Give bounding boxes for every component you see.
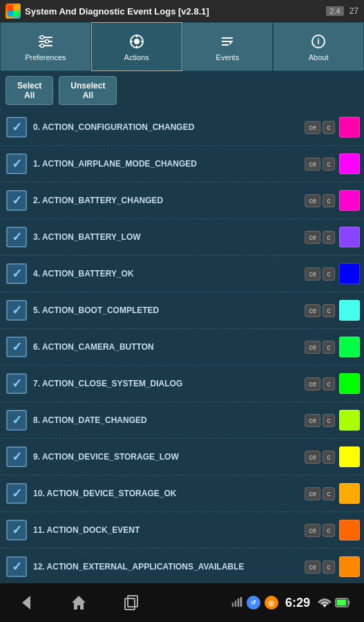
ce-button-3[interactable]: ce <box>305 231 320 244</box>
ce-button-9[interactable]: ce <box>305 451 320 464</box>
preferences-icon <box>36 32 55 51</box>
color-square-1[interactable] <box>339 153 360 174</box>
color-square-3[interactable] <box>339 227 360 247</box>
c-button-7[interactable]: c <box>323 377 335 390</box>
checkbox-5[interactable] <box>4 298 29 323</box>
svg-point-8 <box>45 40 48 44</box>
color-square-0[interactable] <box>339 117 360 138</box>
select-all-button[interactable]: SelectAll <box>6 76 53 105</box>
svg-rect-21 <box>128 596 137 607</box>
checkbox-0[interactable] <box>4 115 29 140</box>
color-square-12[interactable] <box>339 556 360 577</box>
list-item: 5. ACTION_BOOT_COMPLETED ce c <box>0 292 364 329</box>
list-item: 7. ACTION_CLOSE_SYSTEM_DIALOG ce c <box>0 366 364 402</box>
event-list[interactable]: 0. ACTION_CONFIGURATION_CHANGED ce c 1. … <box>0 109 364 583</box>
list-item: 4. ACTION_BATTERY_OK ce c <box>0 256 364 292</box>
checkbox-8[interactable] <box>4 408 29 433</box>
c-button-11[interactable]: c <box>323 524 335 537</box>
toolbar-events[interactable]: Events <box>182 22 274 71</box>
item-label-1: 1. ACTION_AIRPLANE_MODE_CHANGED <box>33 159 300 169</box>
c-button-4[interactable]: c <box>323 267 335 281</box>
c-button-1[interactable]: c <box>323 158 335 171</box>
ce-button-12[interactable]: ce <box>305 560 320 574</box>
svg-point-11 <box>134 39 140 44</box>
checkbox-3[interactable] <box>4 225 29 249</box>
color-square-9[interactable] <box>339 446 360 467</box>
ce-button-1[interactable]: ce <box>305 158 320 171</box>
checkbox-4[interactable] <box>4 261 29 286</box>
ce-button-11[interactable]: ce <box>305 524 320 537</box>
ce-button-6[interactable]: ce <box>305 341 320 354</box>
title-bar: System And Diagnostic Event Logs [v2.8.1… <box>0 0 364 22</box>
svg-rect-3 <box>13 11 19 17</box>
battery-right: 27 <box>349 6 358 16</box>
checkbox-img-7 <box>6 373 27 394</box>
item-buttons-7: ce c <box>305 377 335 390</box>
item-buttons-5: ce c <box>305 304 335 317</box>
battery-left: 2.4 <box>326 6 343 16</box>
color-square-5[interactable] <box>339 300 360 321</box>
color-square-8[interactable] <box>339 410 360 431</box>
checkbox-1[interactable] <box>4 151 29 176</box>
color-square-2[interactable] <box>339 190 360 211</box>
c-button-5[interactable]: c <box>323 304 335 317</box>
c-button-3[interactable]: c <box>323 231 335 244</box>
c-button-8[interactable]: c <box>323 414 335 427</box>
ce-button-7[interactable]: ce <box>305 377 320 390</box>
checkbox-7[interactable] <box>4 371 29 396</box>
toolbar-preferences[interactable]: Preferences <box>0 22 91 71</box>
checkbox-img-3 <box>6 227 27 247</box>
checkbox-6[interactable] <box>4 334 29 359</box>
checkbox-img-0 <box>6 117 27 138</box>
c-button-0[interactable]: c <box>323 121 335 134</box>
unselect-all-button[interactable]: UnselectAll <box>59 76 117 105</box>
checkbox-10[interactable] <box>4 481 29 506</box>
svg-marker-19 <box>72 596 86 610</box>
item-label-10: 10. ACTION_DEVICE_STORAGE_OK <box>33 489 300 498</box>
color-square-4[interactable] <box>339 263 360 284</box>
ce-button-10[interactable]: ce <box>305 487 320 500</box>
ce-button-2[interactable]: ce <box>305 194 320 207</box>
actions-icon <box>127 32 146 51</box>
checkbox-12[interactable] <box>4 554 29 579</box>
checkbox-img-6 <box>6 337 27 357</box>
c-button-9[interactable]: c <box>323 451 335 464</box>
c-button-2[interactable]: c <box>323 194 335 207</box>
back-button[interactable] <box>14 590 39 615</box>
checkbox-img-10 <box>6 483 27 504</box>
item-label-6: 6. ACTION_CAMERA_BUTTON <box>33 342 300 352</box>
preferences-label: Preferences <box>25 53 66 62</box>
sync-icon: ↺ <box>247 596 260 610</box>
list-item: 0. ACTION_CONFIGURATION_CHANGED ce c <box>0 109 364 146</box>
item-label-5: 5. ACTION_BOOT_COMPLETED <box>33 305 300 315</box>
color-square-6[interactable] <box>339 337 360 357</box>
svg-rect-0 <box>8 6 13 11</box>
about-icon: i <box>309 32 328 51</box>
item-label-12: 12. ACTION_EXTERNAL_APPLICATIONS_AVAILAB… <box>33 562 300 572</box>
app-icon <box>6 3 21 19</box>
svg-point-7 <box>40 36 44 39</box>
list-item: 9. ACTION_DEVICE_STORAGE_LOW ce c <box>0 439 364 475</box>
toolbar-actions[interactable]: Actions <box>91 22 182 71</box>
nav-left <box>14 590 144 615</box>
c-button-12[interactable]: c <box>323 560 335 574</box>
toolbar: Preferences Actions Events <box>0 22 364 72</box>
checkbox-11[interactable] <box>4 518 29 543</box>
item-buttons-2: ce c <box>305 194 335 207</box>
checkbox-2[interactable] <box>4 188 29 213</box>
ce-button-0[interactable]: ce <box>305 121 320 134</box>
toolbar-about[interactable]: i About <box>273 22 364 71</box>
ce-button-8[interactable]: ce <box>305 414 320 427</box>
color-square-11[interactable] <box>339 520 360 540</box>
color-square-7[interactable] <box>339 373 360 394</box>
c-button-6[interactable]: c <box>323 341 335 354</box>
ce-button-5[interactable]: ce <box>305 304 320 317</box>
checkbox-9[interactable] <box>4 444 29 469</box>
c-button-10[interactable]: c <box>323 487 335 500</box>
list-item: 12. ACTION_EXTERNAL_APPLICATIONS_AVAILAB… <box>0 549 364 583</box>
ce-button-4[interactable]: ce <box>305 267 320 281</box>
item-buttons-6: ce c <box>305 341 335 354</box>
recent-button[interactable] <box>119 590 144 615</box>
home-button[interactable] <box>66 590 91 615</box>
color-square-10[interactable] <box>339 483 360 504</box>
